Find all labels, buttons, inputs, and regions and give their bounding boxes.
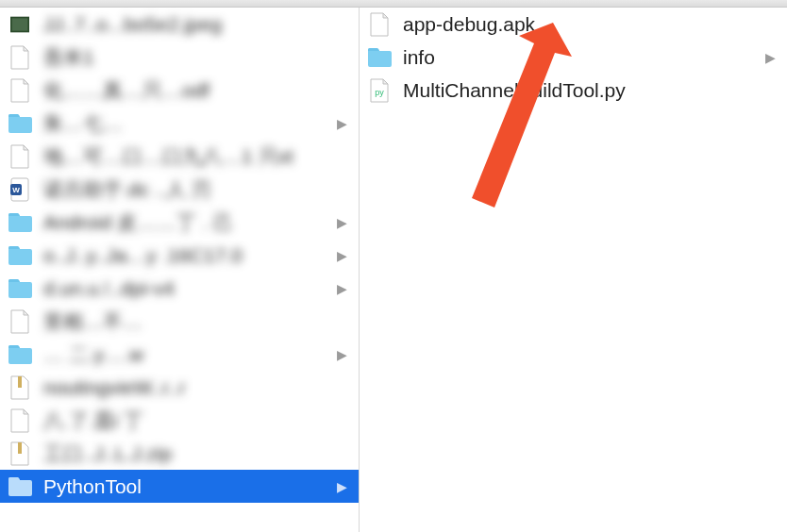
folder-icon — [365, 48, 394, 67]
chevron-right-icon: ▶ — [337, 116, 353, 131]
svg-rect-5 — [18, 376, 22, 388]
file-label: 诺吕助于.dc ..人 刃 — [43, 176, 210, 203]
image-icon — [6, 12, 34, 37]
left-row-13[interactable]: 工口..J..L.J.zip — [0, 437, 359, 470]
jar-icon — [6, 375, 34, 400]
svg-rect-1 — [12, 18, 28, 30]
right-row-2[interactable]: py MultiChannelBuildTool.py — [360, 74, 787, 107]
left-row-12[interactable]: 八.了.皿i 丁 — [0, 404, 359, 437]
file-label: 吾米1 — [43, 44, 94, 71]
left-row-8[interactable]: d.un.u.!..dpi-v4▶ — [0, 272, 359, 305]
file-label: info — [403, 46, 435, 69]
file-label: 八.了.皿i 丁 — [43, 407, 143, 434]
window-toolbar — [0, 0, 787, 8]
folder-icon — [6, 345, 34, 364]
folder-icon — [6, 279, 34, 298]
blank-file-icon — [6, 45, 34, 70]
left-row-14[interactable]: PythonTool▶ — [0, 470, 359, 503]
left-row-2[interactable]: 化……真…只…odf — [0, 74, 359, 107]
file-label: o..J..y..Ja…y .16C17.0 — [43, 244, 243, 267]
folder-icon — [6, 477, 34, 496]
left-row-5[interactable]: W 诺吕助于.dc ..人 刃 — [0, 173, 359, 206]
left-row-0[interactable]: JJ..7..o...bo5e2.jpeg — [0, 8, 359, 41]
right-row-1[interactable]: info▶ — [360, 41, 787, 74]
chevron-right-icon: ▶ — [765, 50, 781, 65]
file-label: 朱…七… — [43, 110, 123, 137]
left-row-10[interactable]: … 二.y….w▶ — [0, 338, 359, 371]
blank-file-icon — [6, 144, 34, 169]
left-row-1[interactable]: 吾米1 — [0, 41, 359, 74]
file-label: 里相…不… — [43, 308, 142, 335]
file-label: … 二.y….w — [43, 341, 143, 368]
file-label: 地…可…口…口九八…1 只xt — [43, 143, 293, 170]
finder-columns: JJ..7..o...bo5e2.jpeg 吾米1 化……真…只…odf 朱…七… — [0, 8, 787, 532]
column-left: JJ..7..o...bo5e2.jpeg 吾米1 化……真…只…odf 朱…七… — [0, 8, 360, 532]
right-row-0[interactable]: app-debug.apk — [360, 8, 787, 41]
left-row-7[interactable]: o..J..y..Ja…y .16C17.0▶ — [0, 239, 359, 272]
left-row-9[interactable]: 里相…不… — [0, 305, 359, 338]
left-row-11[interactable]: noutingvieW..r..r — [0, 371, 359, 404]
file-label: app-debug.apk — [403, 13, 535, 36]
file-label: Android 皮……丁 . 己 — [43, 209, 233, 236]
file-label: noutingvieW..r..r — [43, 376, 186, 399]
left-row-6[interactable]: Android 皮……丁 . 己▶ — [0, 206, 359, 239]
svg-text:py: py — [375, 88, 384, 97]
svg-rect-6 — [18, 442, 22, 454]
chevron-right-icon: ▶ — [337, 281, 353, 296]
blank-file-icon — [6, 309, 34, 334]
left-row-3[interactable]: 朱…七…▶ — [0, 107, 359, 140]
chevron-right-icon: ▶ — [337, 248, 353, 263]
chevron-right-icon: ▶ — [337, 215, 353, 230]
folder-icon — [6, 246, 34, 265]
py-file-icon: py — [365, 78, 394, 103]
zip-icon — [6, 441, 34, 466]
folder-icon — [6, 213, 34, 232]
left-row-4[interactable]: 地…可…口…口九八…1 只xt — [0, 140, 359, 173]
chevron-right-icon: ▶ — [337, 347, 353, 362]
file-label: d.un.u.!..dpi-v4 — [43, 277, 175, 300]
folder-icon — [6, 114, 34, 133]
file-label: MultiChannelBuildTool.py — [403, 79, 626, 102]
file-label: 化……真…只…odf — [43, 77, 209, 104]
docx-icon: W — [6, 177, 34, 202]
file-label: JJ..7..o...bo5e2.jpeg — [43, 13, 222, 36]
svg-text:W: W — [12, 186, 20, 194]
file-label: PythonTool — [43, 475, 142, 498]
blank-file-icon — [6, 78, 34, 103]
blank-file-icon — [365, 12, 394, 37]
file-label: 工口..J..L.J.zip — [43, 441, 173, 467]
column-right: app-debug.apk info▶ py MultiChannelBuild… — [360, 8, 787, 532]
blank-file-icon — [6, 408, 34, 433]
chevron-right-icon: ▶ — [337, 479, 353, 494]
